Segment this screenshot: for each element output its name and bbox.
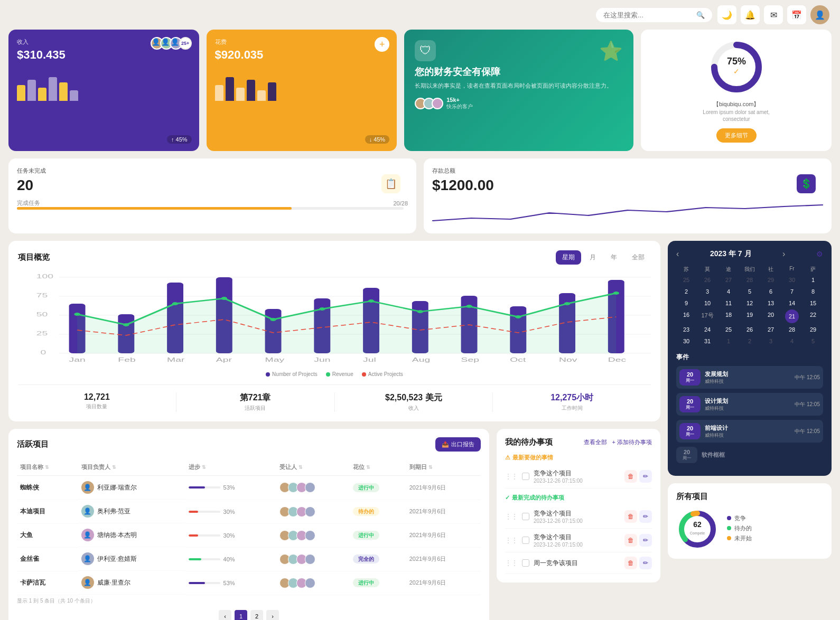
- cal-day-12[interactable]: 12: [740, 298, 760, 308]
- todo-actions-4: 🗑 ✏: [624, 557, 652, 569]
- cal-day-29b[interactable]: 29: [803, 324, 823, 335]
- todo-check-1[interactable]: [522, 473, 529, 480]
- cal-day-26b[interactable]: 26: [740, 324, 760, 335]
- page-1-button[interactable]: 1: [235, 610, 247, 621]
- todo-delete-2[interactable]: 🗑: [624, 510, 637, 523]
- cal-day-28b[interactable]: 28: [782, 324, 802, 335]
- cal-day-13[interactable]: 13: [761, 298, 781, 308]
- cal-day-7[interactable]: 7: [782, 286, 802, 297]
- cal-day-16[interactable]: 16: [676, 309, 696, 323]
- sort-progress[interactable]: ⇅: [202, 465, 206, 470]
- drag-handle-2[interactable]: ⋮⋮: [505, 513, 518, 520]
- cal-day-27b[interactable]: 27: [761, 324, 781, 335]
- search-input[interactable]: [603, 11, 692, 19]
- search-icon: 🔍: [696, 11, 705, 19]
- sort-name[interactable]: ⇅: [45, 465, 49, 470]
- cal-day-15[interactable]: 15: [803, 298, 823, 308]
- cal-day-1[interactable]: 1: [803, 275, 823, 285]
- urgent-label: 最新要做的事情: [512, 454, 553, 462]
- svg-text:75%: 75%: [727, 56, 746, 67]
- cal-day-30[interactable]: 30: [676, 336, 696, 346]
- cell-owner: 👤威廉·里查尔: [78, 571, 185, 595]
- page-2-button[interactable]: 2: [250, 610, 263, 621]
- cal-day-19[interactable]: 19: [740, 309, 760, 323]
- cal-day-9[interactable]: 9: [676, 298, 696, 308]
- todo-edit-1[interactable]: ✏: [639, 470, 652, 483]
- todo-check-2[interactable]: [522, 513, 529, 520]
- cal-day-5[interactable]: 5: [740, 286, 760, 297]
- todo-check-3[interactable]: [522, 537, 529, 544]
- mail-button[interactable]: ✉: [764, 5, 783, 24]
- cal-day-5b[interactable]: 5: [803, 336, 823, 346]
- cal-day-10[interactable]: 10: [697, 298, 717, 308]
- calendar-button[interactable]: 📅: [787, 5, 806, 24]
- search-box[interactable]: 🔍: [596, 8, 712, 22]
- sparkline-svg: [432, 202, 823, 223]
- cal-day-8[interactable]: 8: [803, 286, 823, 297]
- cal-day-26a[interactable]: 26: [697, 275, 717, 285]
- todo-delete-4[interactable]: 🗑: [624, 557, 637, 569]
- cal-day-31[interactable]: 31: [697, 336, 717, 346]
- more-details-button[interactable]: 更多细节: [716, 128, 757, 143]
- todo-delete-1[interactable]: 🗑: [624, 470, 637, 483]
- todo-edit-3[interactable]: ✏: [639, 534, 652, 547]
- cal-day-25a[interactable]: 25: [676, 275, 696, 285]
- cal-day-6[interactable]: 6: [761, 286, 781, 297]
- todo-delete-3[interactable]: 🗑: [624, 534, 637, 547]
- cal-day-20[interactable]: 20: [761, 309, 781, 323]
- tab-year[interactable]: 年: [604, 250, 623, 265]
- expense-add-button[interactable]: +: [375, 37, 389, 52]
- drag-handle-3[interactable]: ⋮⋮: [505, 537, 518, 544]
- sort-assignee[interactable]: ⇅: [298, 465, 303, 470]
- cell-owner: 👤奥利弗·范亚: [78, 500, 185, 523]
- cal-day-4b[interactable]: 4: [782, 336, 802, 346]
- cal-day-3b[interactable]: 3: [761, 336, 781, 346]
- cal-day-2b[interactable]: 2: [740, 336, 760, 346]
- cal-next-button[interactable]: ›: [782, 249, 785, 259]
- cal-day-18[interactable]: 18: [718, 309, 739, 323]
- add-todo[interactable]: + 添加待办事项: [612, 438, 652, 446]
- cal-day-24[interactable]: 24: [697, 324, 717, 335]
- cal-day-1b[interactable]: 1: [718, 336, 739, 346]
- cal-day-11[interactable]: 11: [718, 298, 739, 308]
- tab-all[interactable]: 全部: [626, 250, 651, 265]
- assignee-group: [279, 554, 346, 565]
- sort-due[interactable]: ⇅: [428, 465, 433, 470]
- darkmode-toggle[interactable]: 🌙: [717, 5, 736, 24]
- cal-day-28a[interactable]: 28: [740, 275, 760, 285]
- tab-month[interactable]: 月: [583, 250, 602, 265]
- tab-week[interactable]: 星期: [556, 250, 581, 265]
- cal-day-3[interactable]: 3: [697, 286, 717, 297]
- next-page-button[interactable]: ›: [266, 610, 279, 621]
- notification-button[interactable]: 🔔: [741, 5, 760, 24]
- todo-edit-2[interactable]: ✏: [639, 510, 652, 523]
- export-button[interactable]: 📤 出口报告: [435, 437, 481, 452]
- todo-edit-4[interactable]: ✏: [639, 557, 652, 569]
- view-all-todo[interactable]: 查看全部: [584, 438, 607, 446]
- assignee-group: [279, 530, 346, 541]
- cal-day-25b[interactable]: 25: [718, 324, 739, 335]
- cal-gear-icon[interactable]: ⚙: [816, 250, 823, 258]
- drag-handle-1[interactable]: ⋮⋮: [505, 473, 518, 480]
- stats-row: 12,721 项目数量 第721章 活跃项目 $2,50,523 美元 收入 1…: [18, 384, 651, 412]
- sort-position[interactable]: ⇅: [366, 465, 370, 470]
- cal-day-29a[interactable]: 29: [761, 275, 781, 285]
- check-icon: ✓: [505, 494, 510, 501]
- legend-notstarted: 未开始: [727, 534, 823, 542]
- cal-day-27a[interactable]: 27: [718, 275, 739, 285]
- cal-day-4[interactable]: 4: [718, 286, 739, 297]
- cal-prev-button[interactable]: ‹: [676, 249, 679, 259]
- cal-day-21-today[interactable]: 21: [785, 309, 799, 323]
- todo-check-4[interactable]: [522, 559, 529, 567]
- cal-day-2[interactable]: 2: [676, 286, 696, 297]
- drag-handle-4[interactable]: ⋮⋮: [505, 559, 518, 567]
- svg-text:Mar: Mar: [167, 357, 184, 363]
- cal-day-30a[interactable]: 30: [782, 275, 802, 285]
- user-avatar[interactable]: 👤: [810, 5, 829, 24]
- prev-page-button[interactable]: ‹: [219, 610, 231, 621]
- cal-day-14[interactable]: 14: [782, 298, 802, 308]
- sort-owner[interactable]: ⇅: [112, 465, 116, 470]
- cal-day-22[interactable]: 22: [803, 309, 823, 323]
- cal-day-23[interactable]: 23: [676, 324, 696, 335]
- cal-day-17[interactable]: 17号: [697, 309, 717, 323]
